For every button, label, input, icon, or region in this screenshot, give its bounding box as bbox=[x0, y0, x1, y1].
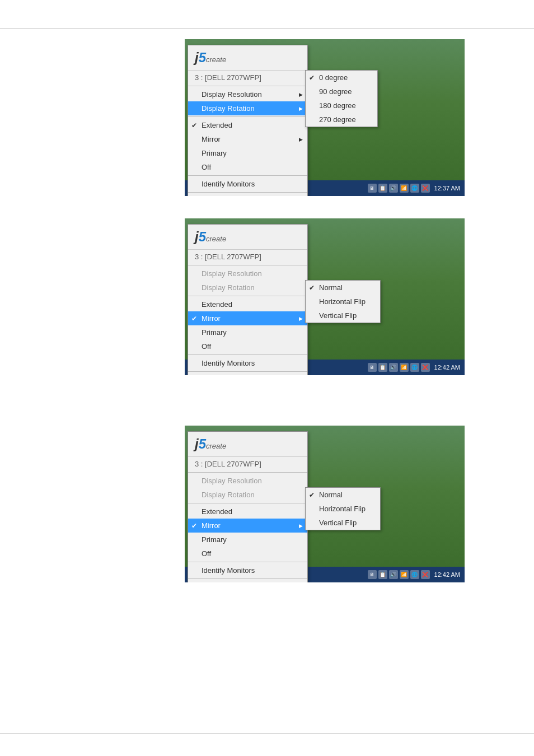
submenu-item-vflip-2[interactable]: Vertical Flip bbox=[306, 309, 380, 323]
check-extended-1: ✔ bbox=[191, 122, 197, 129]
submenu-label-hflip-3: Horizontal Flip bbox=[319, 505, 366, 513]
submenu-label-0deg-1: 0 degree bbox=[319, 73, 348, 82]
context-menu-1: j5create 3 : [DELL 2707WFP] Display Reso… bbox=[188, 45, 308, 196]
menu-item-identify-3[interactable]: Identify Monitors bbox=[188, 563, 307, 577]
taskbar-icon-3d: 📶 bbox=[400, 570, 409, 579]
submenu-item-180deg-1[interactable]: 180 degree bbox=[306, 99, 377, 113]
menu-label-primary-3: Primary bbox=[202, 535, 227, 544]
menu-item-off-1[interactable]: Off bbox=[188, 160, 307, 174]
menu-item-off-3[interactable]: Off bbox=[188, 547, 307, 561]
check-0deg-1: ✔ bbox=[309, 74, 315, 82]
taskbar-time-3: 12:42 AM bbox=[434, 571, 460, 578]
taskbar-icon-2d: 📶 bbox=[400, 363, 409, 372]
sep-before-resolution-3 bbox=[188, 472, 307, 473]
sep-2-3 bbox=[188, 562, 307, 562]
logo-j5-1: j5 bbox=[195, 50, 206, 65]
taskbar-icon-1b: 📋 bbox=[378, 184, 387, 193]
menu-item-extended-1[interactable]: ✔ Extended bbox=[188, 118, 307, 132]
menu-item-extended-3[interactable]: Extended bbox=[188, 505, 307, 519]
taskbar-time-1: 12:37 AM bbox=[434, 185, 460, 192]
taskbar-icons-2: 🖥 📋 🔊 📶 🌐 ❌ 12:42 AM bbox=[368, 363, 460, 372]
logo-create-3: create bbox=[206, 442, 226, 450]
menu-item-multi-1[interactable]: Multi-Display Control Panel bbox=[188, 194, 307, 196]
menu-item-display-rotation-1[interactable]: Display Rotation bbox=[188, 101, 307, 115]
taskbar-icon-1d: 📶 bbox=[400, 184, 409, 193]
taskbar-time-2: 12:42 AM bbox=[434, 364, 460, 371]
screenshot-area-2: j5create 3 : [DELL 2707WFP] Display Reso… bbox=[185, 218, 465, 375]
menu-item-display-resolution-3[interactable]: Display Resolution bbox=[188, 474, 307, 488]
sep-3-2 bbox=[188, 371, 307, 372]
sep-1-2 bbox=[188, 296, 307, 296]
menu-item-multi-3[interactable]: Multi-Display Control Panel bbox=[188, 580, 307, 582]
menu-item-off-2[interactable]: Off bbox=[188, 339, 307, 353]
sep-1-3 bbox=[188, 503, 307, 503]
menu-device-1: 3 : [DELL 2707WFP] bbox=[188, 71, 307, 85]
menu-header-3: j5create bbox=[188, 432, 307, 457]
submenu-item-hflip-3[interactable]: Horizontal Flip bbox=[306, 502, 380, 516]
submenu-item-90deg-1[interactable]: 90 degree bbox=[306, 85, 377, 99]
menu-item-extended-2[interactable]: Extended bbox=[188, 297, 307, 311]
context-menu-2: j5create 3 : [DELL 2707WFP] Display Reso… bbox=[188, 224, 308, 375]
taskbar-icon-2f: ❌ bbox=[421, 363, 430, 372]
taskbar-icon-1f: ❌ bbox=[421, 184, 430, 193]
menu-header-2: j5create bbox=[188, 225, 307, 250]
sep-before-resolution-1 bbox=[188, 86, 307, 86]
check-mirror-2: ✔ bbox=[191, 315, 197, 323]
menu-item-display-resolution-2[interactable]: Display Resolution bbox=[188, 267, 307, 281]
sep-before-resolution-2 bbox=[188, 265, 307, 265]
submenu-item-vflip-3[interactable]: Vertical Flip bbox=[306, 516, 380, 530]
submenu-item-hflip-2[interactable]: Horizontal Flip bbox=[306, 295, 380, 309]
submenu-mirror-2: ✔ Normal Horizontal Flip Vertical Flip bbox=[305, 280, 381, 323]
menu-label-identify-1: Identify Monitors bbox=[202, 180, 255, 188]
menu-item-primary-3[interactable]: Primary bbox=[188, 533, 307, 547]
menu-item-identify-1[interactable]: Identify Monitors bbox=[188, 177, 307, 191]
logo-create-2: create bbox=[206, 235, 226, 243]
menu-item-mirror-1[interactable]: Mirror bbox=[188, 132, 307, 146]
menu-label-extended-1: Extended bbox=[202, 121, 232, 129]
check-normal-2: ✔ bbox=[309, 284, 315, 292]
taskbar-icon-1a: 🖥 bbox=[368, 184, 377, 193]
taskbar-icon-2e: 🌐 bbox=[410, 363, 419, 372]
submenu-item-270deg-1[interactable]: 270 degree bbox=[306, 113, 377, 127]
menu-item-mirror-3[interactable]: ✔ Mirror bbox=[188, 519, 307, 533]
logo-j5-2: j5 bbox=[195, 229, 206, 244]
menu-item-mirror-2[interactable]: ✔ Mirror bbox=[188, 311, 307, 325]
taskbar-icon-1e: 🌐 bbox=[410, 184, 419, 193]
submenu-item-normal-2[interactable]: ✔ Normal bbox=[306, 281, 380, 295]
submenu-item-0deg-1[interactable]: ✔ 0 degree bbox=[306, 71, 377, 85]
menu-item-primary-1[interactable]: Primary bbox=[188, 146, 307, 160]
menu-item-multi-2[interactable]: Multi-Display Control Panel bbox=[188, 373, 307, 375]
taskbar-icon-3f: ❌ bbox=[421, 570, 430, 579]
menu-label-display-rotation-1: Display Rotation bbox=[202, 104, 255, 113]
check-mirror-3: ✔ bbox=[191, 522, 197, 530]
logo-j5-3: j5 bbox=[195, 436, 206, 451]
taskbar-icon-3b: 📋 bbox=[378, 570, 387, 579]
taskbar-icon-3c: 🔊 bbox=[389, 570, 398, 579]
menu-label-primary-1: Primary bbox=[202, 149, 227, 157]
menu-item-display-resolution-1[interactable]: Display Resolution bbox=[188, 87, 307, 101]
menu-device-2: 3 : [DELL 2707WFP] bbox=[188, 250, 307, 264]
menu-logo-1: j5create bbox=[195, 52, 226, 64]
taskbar-icon-2c: 🔊 bbox=[389, 363, 398, 372]
menu-item-primary-2[interactable]: Primary bbox=[188, 325, 307, 339]
submenu-label-hflip-2: Horizontal Flip bbox=[319, 297, 366, 306]
submenu-label-270deg-1: 270 degree bbox=[319, 115, 356, 124]
submenu-label-normal-2: Normal bbox=[319, 283, 343, 292]
screenshot-area-1: j5create 3 : [DELL 2707WFP] Display Reso… bbox=[185, 39, 465, 196]
taskbar-icon-1c: 🔊 bbox=[389, 184, 398, 193]
menu-header-1: j5create bbox=[188, 45, 307, 71]
menu-label-off-2: Off bbox=[202, 342, 211, 351]
menu-label-display-resolution-2: Display Resolution bbox=[202, 269, 262, 278]
menu-label-off-3: Off bbox=[202, 549, 211, 558]
menu-item-identify-2[interactable]: Identify Monitors bbox=[188, 356, 307, 370]
menu-label-display-rotation-2: Display Rotation bbox=[202, 283, 255, 292]
submenu-item-normal-3[interactable]: ✔ Normal bbox=[306, 488, 380, 502]
menu-item-display-rotation-2[interactable]: Display Rotation bbox=[188, 281, 307, 295]
submenu-label-90deg-1: 90 degree bbox=[319, 87, 352, 96]
menu-item-display-rotation-3[interactable]: Display Rotation bbox=[188, 488, 307, 502]
submenu-label-normal-3: Normal bbox=[319, 491, 343, 499]
context-menu-3: j5create 3 : [DELL 2707WFP] Display Reso… bbox=[188, 431, 308, 582]
sep-1-1 bbox=[188, 116, 307, 117]
menu-label-display-rotation-3: Display Rotation bbox=[202, 491, 255, 499]
menu-label-display-resolution-1: Display Resolution bbox=[202, 90, 262, 99]
